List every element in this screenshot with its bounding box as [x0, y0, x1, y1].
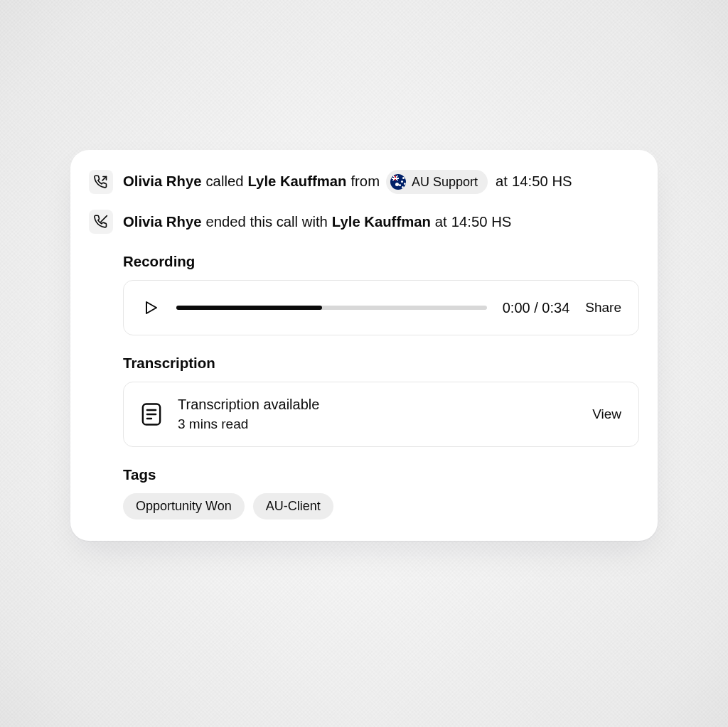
view-button[interactable]: View — [592, 406, 621, 422]
tags-heading: Tags — [123, 466, 639, 483]
call-ended-icon — [89, 210, 113, 234]
call-started-row: Olivia Rhye called Lyle Kauffman from AU… — [89, 170, 639, 194]
recording-heading: Recording — [123, 253, 639, 270]
seek-bar[interactable] — [176, 306, 487, 310]
svg-marker-1 — [146, 302, 156, 313]
tags-list: Opportunity Won AU-Client — [123, 493, 639, 519]
end-with: Lyle Kauffman — [332, 212, 431, 232]
share-button[interactable]: Share — [585, 300, 621, 316]
tag-opportunity-won[interactable]: Opportunity Won — [123, 493, 245, 519]
transcription-title: Transcription available — [178, 397, 577, 413]
call-verb: called — [205, 172, 243, 191]
outgoing-call-icon — [89, 170, 113, 194]
end-at-word: at — [435, 212, 447, 232]
play-icon — [142, 299, 159, 316]
au-flag-icon — [390, 174, 406, 190]
transcription-panel: Transcription available 3 mins read View — [123, 382, 639, 447]
time-total: 0:34 — [542, 300, 569, 316]
time-display: 0:00 / 0:34 — [503, 300, 570, 316]
transcription-subtitle: 3 mins read — [178, 416, 577, 432]
time-current: 0:00 — [503, 300, 530, 316]
end-time: 14:50 HS — [451, 212, 512, 232]
source-label: AU Support — [412, 173, 478, 190]
time-sep: / — [534, 300, 538, 316]
tags-section: Tags Opportunity Won AU-Client — [123, 466, 639, 519]
from-word: from — [350, 172, 380, 191]
call-started-text: Olivia Rhye called Lyle Kauffman from AU… — [123, 170, 572, 194]
tag-au-client[interactable]: AU-Client — [253, 493, 333, 519]
seek-fill — [176, 306, 322, 310]
callee-name: Lyle Kauffman — [247, 172, 346, 191]
call-ended-row: Olivia Rhye ended this call with Lyle Ka… — [89, 210, 639, 234]
document-icon — [141, 402, 162, 426]
end-phrase: ended this call with — [205, 212, 327, 232]
audio-player: 0:00 / 0:34 Share — [123, 280, 639, 335]
transcription-section: Transcription Transcription available 3 … — [123, 355, 639, 447]
at-word: at — [496, 172, 508, 191]
call-ended-text: Olivia Rhye ended this call with Lyle Ka… — [123, 212, 511, 232]
call-activity-card: Olivia Rhye called Lyle Kauffman from AU… — [70, 150, 658, 541]
recording-section: Recording 0:00 / 0:34 Share — [123, 253, 639, 335]
call-time: 14:50 HS — [512, 172, 572, 191]
source-pill[interactable]: AU Support — [386, 170, 488, 194]
transcription-heading: Transcription — [123, 355, 639, 372]
transcription-text: Transcription available 3 mins read — [178, 397, 577, 432]
caller-name: Olivia Rhye — [123, 172, 201, 191]
play-button[interactable] — [141, 298, 161, 318]
end-actor: Olivia Rhye — [123, 212, 201, 232]
svg-line-0 — [101, 216, 107, 222]
